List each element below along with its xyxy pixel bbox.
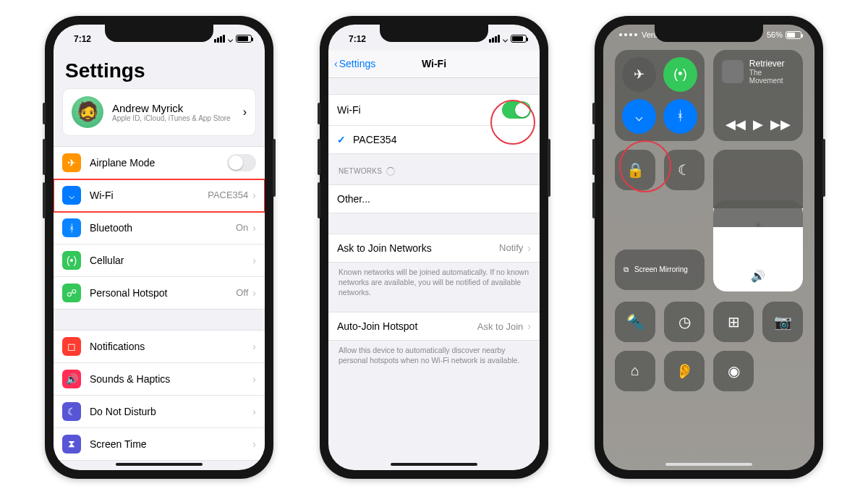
flashlight-button[interactable]: 🔦 xyxy=(615,302,655,342)
wifi-status-icon: ⌵ xyxy=(503,34,508,44)
row-label: Screen Time xyxy=(90,438,252,450)
wifi-status-icon: ⌵ xyxy=(228,34,233,44)
settings-row-do-not-disturb[interactable]: ☾Do Not Disturb› xyxy=(54,396,265,428)
album-art xyxy=(722,60,744,83)
airplane-toggle[interactable] xyxy=(227,154,256,171)
networks-header: NETWORKS xyxy=(328,154,540,180)
chevron-right-icon: › xyxy=(252,341,256,352)
bluetooth-toggle[interactable]: ᚼ xyxy=(663,99,697,134)
connectivity-tile: ✈ (•) ⌵ ᚼ xyxy=(615,50,705,141)
row-label: Do Not Disturb xyxy=(90,406,252,417)
cellular-signal-icon xyxy=(214,35,225,43)
settings-row-notifications[interactable]: ◻Notifications› xyxy=(54,331,265,363)
chevron-right-icon: › xyxy=(243,106,247,119)
settings-group-2: ◻Notifications›🔊Sounds & Haptics›☾Do Not… xyxy=(54,330,265,461)
personal-hotspot-icon: ☍ xyxy=(62,284,81,302)
clock: 7:12 xyxy=(349,34,366,44)
clock: 7:12 xyxy=(74,34,91,44)
auto-join-row[interactable]: Auto-Join Hotspot Ask to Join › xyxy=(328,312,540,340)
calculator-button[interactable]: ⊞ xyxy=(713,302,754,342)
ask-to-join-row[interactable]: Ask to Join Networks Notify › xyxy=(328,234,540,262)
settings-row-airplane-mode[interactable]: ✈Airplane Mode xyxy=(54,147,265,179)
play-button[interactable]: ▶ xyxy=(753,116,763,132)
settings-row-wi-fi[interactable]: ⌵Wi-FiPACE354› xyxy=(54,179,265,212)
row-label: Wi-Fi xyxy=(90,189,208,201)
row-label: Airplane Mode xyxy=(90,157,227,169)
connected-network-row[interactable]: ✓ PACE354 xyxy=(328,126,540,153)
iphone-wifi-detail: 7:12 ⌵ ‹Settings Wi-Fi Wi-Fi ✓ PACE354 N… xyxy=(320,16,548,479)
orientation-lock-toggle[interactable]: 🔒 xyxy=(615,150,655,190)
chevron-right-icon: › xyxy=(252,373,256,385)
chevron-right-icon: › xyxy=(252,222,256,234)
screen-mirroring-button[interactable]: ⧉ Screen Mirroring xyxy=(615,250,705,290)
avatar: 🧔 xyxy=(72,96,103,128)
settings-row-sounds-haptics[interactable]: 🔊Sounds & Haptics› xyxy=(54,363,265,396)
row-label: Sounds & Haptics xyxy=(90,373,252,385)
profile-subtitle: Apple ID, iCloud, iTunes & App Store xyxy=(112,114,243,122)
row-label: Cellular xyxy=(90,255,252,266)
settings-row-bluetooth[interactable]: ᚼBluetoothOn› xyxy=(54,212,265,244)
page-title: Settings xyxy=(54,51,265,88)
track-title: Retriever xyxy=(749,59,794,69)
iphone-settings: 7:12 ⌵ Settings 🧔 Andrew Myrick Apple ID… xyxy=(45,16,273,479)
volume-slider[interactable]: 🔊 xyxy=(713,200,803,291)
wifi-toggle-row[interactable]: Wi-Fi xyxy=(328,95,540,126)
row-label: Bluetooth xyxy=(90,222,236,234)
hearing-button[interactable]: 👂 xyxy=(664,351,705,391)
notifications-icon: ◻ xyxy=(62,337,81,356)
battery-icon xyxy=(511,35,527,43)
settings-group-1: ✈Airplane Mode⌵Wi-FiPACE354›ᚼBluetoothOn… xyxy=(54,146,265,310)
other-network-row[interactable]: Other... xyxy=(328,185,540,213)
chevron-right-icon: › xyxy=(527,320,531,332)
chevron-right-icon: › xyxy=(252,438,256,450)
spinner-icon xyxy=(386,167,395,176)
do-not-disturb-toggle[interactable]: ☾ xyxy=(664,150,705,190)
row-value: On xyxy=(236,222,248,233)
mirror-icon: ⧉ xyxy=(624,265,629,274)
iphone-control-center: Verizon ⌵ 56% ✈ (•) ⌵ ᚼ Retriever Th xyxy=(595,16,823,479)
music-tile[interactable]: Retriever The Movement ◀◀ ▶ ▶▶ xyxy=(713,50,803,141)
wi-fi-icon: ⌵ xyxy=(62,186,81,205)
apple-id-row[interactable]: 🧔 Andrew Myrick Apple ID, iCloud, iTunes… xyxy=(63,89,255,135)
navbar: ‹Settings Wi-Fi xyxy=(328,51,540,78)
row-label: Notifications xyxy=(90,341,252,352)
chevron-right-icon: › xyxy=(252,189,256,201)
airplane-mode-icon: ✈ xyxy=(62,153,81,172)
row-label: Personal Hotspot xyxy=(90,287,236,299)
battery-icon xyxy=(786,31,801,39)
battery-icon xyxy=(236,35,252,43)
prev-track-button[interactable]: ◀◀ xyxy=(726,116,746,132)
track-artist: The Movement xyxy=(749,69,794,85)
row-value: Off xyxy=(236,287,248,298)
home-button[interactable]: ⌂ xyxy=(615,351,655,391)
wifi-toggle[interactable]: ⌵ xyxy=(622,99,656,134)
airplane-toggle[interactable]: ✈ xyxy=(622,57,656,92)
auto-footer: Allow this device to automatically disco… xyxy=(328,341,540,375)
timer-button[interactable]: ◷ xyxy=(664,302,705,342)
sounds-haptics-icon: 🔊 xyxy=(62,370,81,388)
speaker-icon: 🔊 xyxy=(751,269,765,283)
next-track-button[interactable]: ▶▶ xyxy=(770,116,791,132)
chevron-right-icon: › xyxy=(527,242,531,254)
back-button[interactable]: ‹Settings xyxy=(334,58,375,69)
chevron-left-icon: ‹ xyxy=(334,58,338,69)
cellular-signal-icon xyxy=(489,35,500,43)
do-not-disturb-icon: ☾ xyxy=(62,402,81,421)
chevron-right-icon: › xyxy=(252,287,256,299)
chevron-right-icon: › xyxy=(252,406,256,417)
settings-row-screen-time[interactable]: ⧗Screen Time› xyxy=(54,428,265,460)
bluetooth-icon: ᚼ xyxy=(62,218,81,237)
settings-row-personal-hotspot[interactable]: ☍Personal HotspotOff› xyxy=(54,277,265,309)
wifi-toggle[interactable] xyxy=(502,101,531,119)
screen-record-button[interactable]: ◉ xyxy=(713,351,754,391)
camera-button[interactable]: 📷 xyxy=(762,302,803,342)
checkmark-icon: ✓ xyxy=(337,134,346,145)
nav-title: Wi-Fi xyxy=(422,58,446,69)
battery-percent: 56% xyxy=(767,30,783,39)
settings-row-cellular[interactable]: (•)Cellular› xyxy=(54,244,265,277)
cellular-icon: (•) xyxy=(62,251,81,270)
cellular-dots-icon xyxy=(619,33,637,36)
row-value: PACE354 xyxy=(208,189,248,200)
cellular-toggle[interactable]: (•) xyxy=(663,57,697,92)
ask-footer: Known networks will be joined automatica… xyxy=(328,263,540,308)
